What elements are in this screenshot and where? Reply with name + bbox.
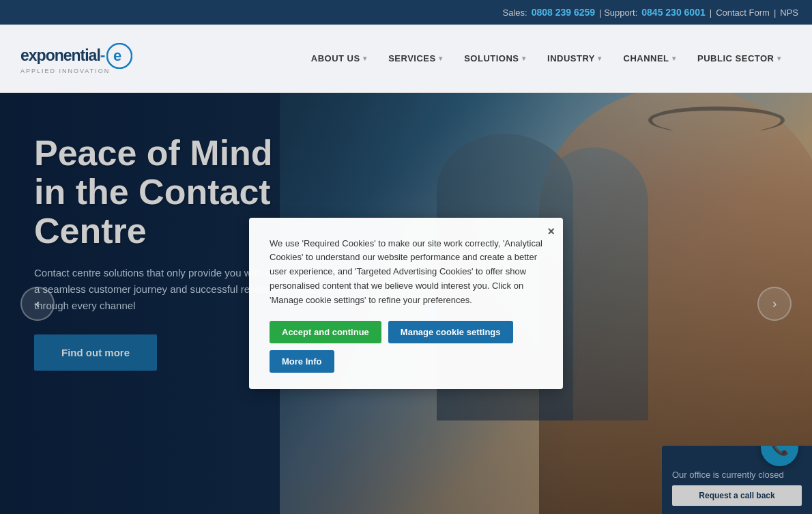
hero-section: Peace of Mind in the Contact Centre Cont… <box>0 93 812 514</box>
nav-label-solutions: SOLUTIONS <box>464 53 519 63</box>
cookie-buttons: Accept and continue Manage cookie settin… <box>270 321 542 373</box>
chevron-down-icon: ▾ <box>439 55 443 62</box>
support-label: | Support: <box>599 8 637 18</box>
more-info-button[interactable]: More Info <box>270 350 334 373</box>
header: exponential - e APPLIED INNOVATION ABOUT… <box>0 25 812 93</box>
manage-cookies-button[interactable]: Manage cookie settings <box>388 321 513 343</box>
chevron-down-icon: ▾ <box>777 55 781 62</box>
logo-area[interactable]: exponential - e APPLIED INNOVATION <box>20 43 132 74</box>
nav-label-channel: CHANNEL <box>624 53 669 63</box>
cookie-close-button[interactable]: × <box>547 225 555 239</box>
nav-item-channel[interactable]: CHANNEL ▾ <box>613 46 687 70</box>
sales-phone[interactable]: 0808 239 6259 <box>532 7 595 18</box>
separator: | <box>710 8 712 18</box>
svg-text:e: e <box>113 47 121 64</box>
cookie-modal: × We use 'Required Cookies' to make our … <box>249 218 563 390</box>
contact-form-link[interactable]: Contact Form <box>716 8 770 18</box>
logo-icon: e <box>106 43 132 69</box>
nav-label-industry: INDUSTRY <box>547 53 595 63</box>
accept-cookies-button[interactable]: Accept and continue <box>270 321 381 343</box>
nav-item-industry[interactable]: INDUSTRY ▾ <box>536 46 612 70</box>
logo-main-row: exponential - e <box>20 43 132 69</box>
sales-label: Sales: <box>503 8 527 18</box>
chevron-down-icon: ▾ <box>522 55 526 62</box>
cookie-overlay: × We use 'Required Cookies' to make our … <box>0 93 812 514</box>
main-nav: ABOUT US ▾ SERVICES ▾ SOLUTIONS ▾ INDUST… <box>300 46 792 70</box>
top-bar: Sales: 0808 239 6259 | Support: 0845 230… <box>0 0 812 25</box>
separator2: | <box>774 8 776 18</box>
logo-dash: - <box>100 46 106 65</box>
logo-word: exponential <box>20 46 100 65</box>
nav-item-about-us[interactable]: ABOUT US ▾ <box>300 46 377 70</box>
nav-item-public-sector[interactable]: PUBLIC SECTOR ▾ <box>686 46 792 70</box>
chevron-down-icon: ▾ <box>363 55 367 62</box>
support-phone[interactable]: 0845 230 6001 <box>641 7 705 18</box>
chevron-down-icon: ▾ <box>672 55 676 62</box>
nav-label-services: SERVICES <box>388 53 436 63</box>
chevron-down-icon: ▾ <box>598 55 602 62</box>
logo-tagline: APPLIED INNOVATION <box>20 68 110 74</box>
cookie-text: We use 'Required Cookies' to make our si… <box>270 237 542 308</box>
nav-label-about-us: ABOUT US <box>311 53 360 63</box>
nav-item-solutions[interactable]: SOLUTIONS ▾ <box>453 46 536 70</box>
nav-item-services[interactable]: SERVICES ▾ <box>377 46 453 70</box>
nav-label-public-sector: PUBLIC SECTOR <box>697 53 774 63</box>
logo-wrapper: exponential - e APPLIED INNOVATION <box>20 43 132 74</box>
nps-link[interactable]: NPS <box>780 8 798 18</box>
